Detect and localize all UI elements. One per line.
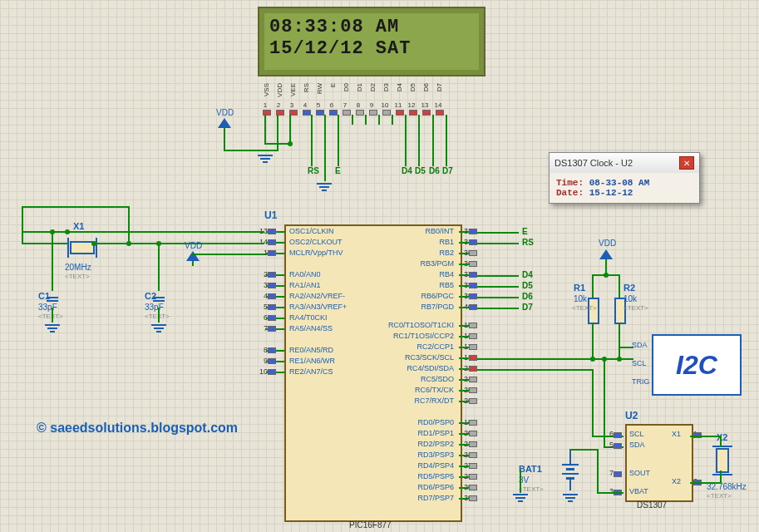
r1-ref: R1 (574, 283, 585, 293)
wire (720, 436, 722, 447)
u2-pin-num: 6 (600, 430, 614, 438)
wire (22, 243, 67, 244)
u1-pin-label: RE1/AN6/WR (289, 357, 335, 365)
x2-crystal[interactable] (716, 448, 729, 473)
u2-pin-label: SOUT (629, 469, 650, 477)
wire (52, 231, 53, 291)
x1-ref: X1 (73, 221, 84, 231)
wire (311, 115, 313, 166)
lcd-pin-box (303, 110, 311, 116)
pin-box (469, 431, 477, 436)
u1-pin-label: RA2/AN2/VREF- (289, 292, 345, 300)
pin-box (268, 229, 276, 234)
u1-pin-label: RC7/RX/DT (379, 397, 454, 405)
u1-pin-label: RA3/AN3/VREF+ (289, 303, 347, 311)
lcd-text: 08:33:08 AM 15/12/12 SAT (259, 8, 484, 68)
schematic-canvas[interactable]: { "lcd": {"line1": "08:33:08 AM", "line2… (0, 0, 759, 532)
pin-box (469, 398, 477, 404)
r2-txt: <TEXT> (623, 304, 648, 312)
wire (720, 470, 722, 484)
wire (477, 243, 519, 244)
u1-pin-label: RC2/CCP1 (379, 342, 454, 351)
pin-box (268, 315, 276, 321)
wire (192, 261, 194, 266)
u1-pin-label: RB4 (379, 270, 454, 278)
u1-pin-label: RE0/AN5/RD (289, 346, 333, 354)
popup-titlebar[interactable]: DS1307 Clock - U2 ✕ (550, 153, 699, 173)
wire (597, 449, 599, 492)
pin-box (469, 229, 477, 234)
lcd-pin-box (356, 110, 364, 116)
lcd-display[interactable]: 08:33:08 AM 15/12/12 SAT (258, 7, 485, 76)
pin-box (469, 250, 477, 256)
wire (570, 449, 597, 451)
r1-val: 10k (574, 294, 587, 303)
u2-pin-label: X2 (672, 477, 681, 485)
u2-pin-num: 7 (600, 469, 614, 477)
lcd-pin-label: D5 (409, 83, 416, 91)
wire (477, 297, 519, 298)
lcd-pin-label: VEE (289, 83, 297, 96)
wire (477, 369, 594, 371)
i2c-scl: SCL (632, 359, 647, 367)
lcd-pin-label: VSS (263, 83, 270, 96)
u2-ref: U2 (625, 410, 638, 421)
wire (592, 369, 594, 436)
popup-date-val: 15-12-12 (589, 188, 633, 198)
net-d6-r: D6 (522, 292, 533, 301)
u1-pin-label: RD4/PSP4 (379, 461, 454, 470)
vdd-symbol (218, 118, 231, 128)
u1-pin-label: RC6/TX/CK (379, 386, 454, 394)
lcd-pin-label: VDD (276, 83, 283, 97)
u1-pin-label: RD6/PSP6 (379, 483, 454, 491)
pin-box (469, 452, 477, 458)
pin-box (268, 326, 276, 332)
pin-box (469, 463, 477, 469)
lcd-pin-num: 3 (288, 101, 296, 109)
u2-pin-num: 5 (600, 441, 614, 449)
lcd-pin-box (422, 110, 431, 116)
lcd-line-2: 15/12/12 SAT (269, 38, 474, 60)
r2-val: 10k (623, 294, 637, 303)
u2-pin-label: SDA (629, 441, 645, 449)
u1-pin-label: RD1/PSP1 (379, 429, 454, 437)
lcd-pin-num: 1 (261, 101, 269, 109)
pin-box (469, 355, 477, 361)
u1-pin-label: RC3/SCK/SCL (379, 353, 454, 362)
x1-txt: <TEXT> (65, 273, 90, 280)
lcd-pin-label: D4 (396, 83, 403, 91)
popup-date-key: Date: (556, 188, 584, 198)
pin-box (469, 293, 477, 299)
lcd-pin-box (329, 110, 338, 116)
lcd-pin-box (409, 110, 417, 116)
u1-pin-label: RD7/PSP7 (379, 494, 454, 502)
wire (352, 115, 353, 125)
pin-box (469, 377, 477, 382)
vdd-label-lcd: VDD (216, 108, 234, 117)
wire (365, 115, 367, 125)
u1-pin-label: RA4/T0CKI (289, 313, 328, 322)
vdd-symbol (186, 251, 200, 261)
pin-box (268, 239, 276, 245)
lcd-pin-num: 10 (381, 101, 389, 109)
popup-time-key: Time: (556, 178, 584, 188)
lcd-pin-num: 7 (341, 101, 349, 109)
lcd-pin-box (382, 110, 391, 116)
lcd-pin-label: D7 (436, 83, 443, 91)
u1-pin-label: RA0/AN0 (289, 270, 321, 278)
pin-box (268, 369, 276, 375)
i2c-debugger[interactable]: I2C (652, 334, 742, 396)
pin-box (469, 323, 477, 328)
wire (592, 324, 594, 360)
pin-box (469, 304, 477, 310)
lcd-pin-box (396, 110, 404, 116)
ds1307-popup[interactable]: DS1307 Clock - U2 ✕ Time: 08-33-08 AM Da… (549, 152, 700, 204)
pin-box (469, 344, 477, 350)
wire (405, 115, 407, 166)
wire (477, 286, 519, 288)
u1-pin-label: RD5/PSP5 (379, 472, 454, 480)
wire (477, 308, 519, 309)
close-icon[interactable]: ✕ (679, 156, 694, 170)
wire (94, 243, 264, 244)
popup-title-text: DS1307 Clock - U2 (554, 158, 633, 168)
